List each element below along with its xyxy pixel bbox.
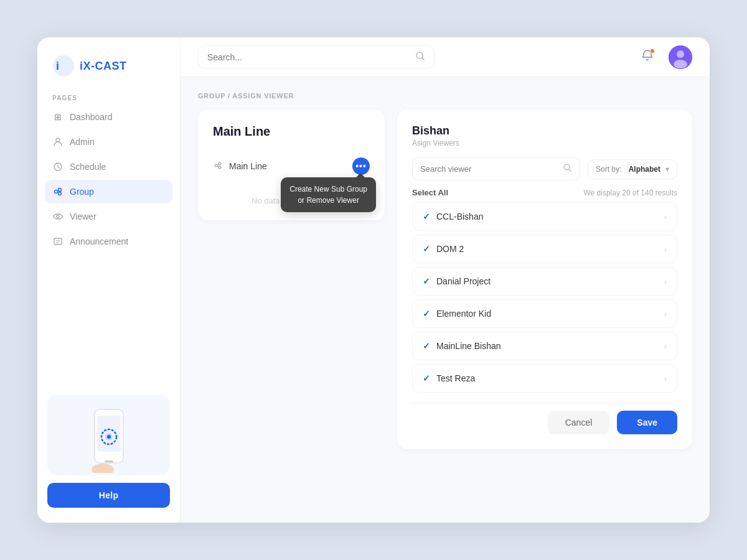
svg-line-8 xyxy=(58,192,59,193)
announcement-icon xyxy=(52,236,63,247)
content-row: Main Line Main Line ••• Create New Sub G… xyxy=(198,110,692,508)
svg-line-30 xyxy=(217,166,219,167)
group-panel-title: Main Line xyxy=(213,124,370,139)
main-area: GROUP / ASSIGN VIEWER Main Line Main Lin… xyxy=(181,37,710,523)
tooltip-line1: Create New Sub Group xyxy=(289,185,367,194)
sidebar-item-label-admin: Admin xyxy=(70,137,95,147)
check-icon: ✓ xyxy=(423,276,430,286)
viewer-search-bar-container xyxy=(412,157,580,180)
avatar[interactable] xyxy=(669,45,692,69)
list-item[interactable]: ✓ Danial Project › xyxy=(412,267,677,296)
svg-point-25 xyxy=(674,60,687,68)
viewer-item-left: ✓ MainLine Bishan xyxy=(423,341,501,351)
group-item-left: Main Line xyxy=(213,161,267,172)
svg-point-5 xyxy=(59,189,62,192)
sidebar-item-group[interactable]: Group xyxy=(45,180,172,203)
group-item-icon xyxy=(213,161,223,172)
chevron-down-icon: › xyxy=(664,374,667,383)
viewer-icon xyxy=(52,211,63,222)
viewer-search-input[interactable] xyxy=(420,164,558,174)
chevron-down-icon: › xyxy=(664,309,667,319)
svg-point-10 xyxy=(57,215,59,218)
sidebar-item-announcement[interactable]: Announcement xyxy=(45,230,172,253)
viewer-item-left: ✓ CCL-Bishan xyxy=(423,212,483,222)
help-button[interactable]: Help xyxy=(47,483,170,508)
viewer-item-left: ✓ Elementor Kid xyxy=(423,309,491,319)
notification-button[interactable] xyxy=(636,46,659,68)
viewer-panel-subtitle: Asign Viewers xyxy=(412,139,677,147)
svg-point-26 xyxy=(215,164,217,167)
viewer-item-name: Danial Project xyxy=(436,276,491,286)
viewer-panel: Bishan Asign Viewers Sort by: Alphabet ▾ xyxy=(397,110,692,449)
chevron-down-icon: › xyxy=(664,212,667,222)
viewer-search-row: Sort by: Alphabet ▾ xyxy=(412,157,677,180)
viewer-panel-title: Bishan xyxy=(412,124,677,138)
viewer-item-name: Elementor Kid xyxy=(436,309,491,319)
sidebar-item-schedule[interactable]: Schedule xyxy=(45,155,172,179)
svg-point-18 xyxy=(107,435,111,439)
list-item[interactable]: ✓ CCL-Bishan › xyxy=(412,202,677,231)
sidebar-bottom: Help xyxy=(37,385,180,523)
content-area: GROUP / ASSIGN VIEWER Main Line Main Lin… xyxy=(181,77,710,523)
svg-rect-11 xyxy=(54,238,62,245)
topbar-right xyxy=(636,45,692,69)
sidebar-item-label-announcement: Announcement xyxy=(70,236,128,246)
panel-footer: Cancel Save xyxy=(412,403,677,434)
sidebar-item-viewer[interactable]: Viewer xyxy=(45,205,172,228)
chevron-down-icon: › xyxy=(664,245,667,254)
select-all-row: Select All We display 20 of 140 results xyxy=(412,188,677,197)
check-icon: ✓ xyxy=(423,309,430,319)
sidebar-item-dashboard[interactable]: ⊞ Dashboard xyxy=(45,105,172,129)
svg-point-9 xyxy=(54,214,62,219)
admin-icon xyxy=(52,136,63,147)
logo-text: iX-CAST xyxy=(80,60,127,73)
sidebar-item-label-viewer: Viewer xyxy=(70,212,96,222)
breadcrumb: GROUP / ASSIGN VIEWER xyxy=(198,92,692,100)
viewer-item-name: DOM 2 xyxy=(436,244,464,254)
svg-point-20 xyxy=(92,464,114,473)
logo-icon: i xyxy=(52,55,75,77)
viewer-item-name: CCL-Bishan xyxy=(436,212,483,222)
schedule-icon xyxy=(52,161,63,172)
cancel-button[interactable]: Cancel xyxy=(548,411,610,434)
pages-section-label: PAGES xyxy=(37,90,180,105)
svg-point-4 xyxy=(55,190,58,194)
list-item[interactable]: ✓ Elementor Kid › xyxy=(412,299,677,328)
logo-area: i iX-CAST xyxy=(37,37,180,90)
viewer-item-name: MainLine Bishan xyxy=(436,341,501,351)
svg-point-27 xyxy=(218,162,221,165)
sidebar-item-label-dashboard: Dashboard xyxy=(70,112,113,122)
three-dot-button[interactable]: ••• xyxy=(352,157,370,175)
svg-line-29 xyxy=(217,164,219,165)
viewer-item-left: ✓ Test Reza xyxy=(423,373,475,383)
svg-line-32 xyxy=(569,169,571,171)
sort-prefix: Sort by: xyxy=(596,165,621,174)
select-all-label[interactable]: Select All xyxy=(412,188,448,197)
svg-point-2 xyxy=(56,138,60,142)
svg-point-28 xyxy=(218,166,221,169)
tooltip-box: Create New Sub Group or Remove Viewer xyxy=(281,177,376,212)
list-item[interactable]: ✓ Test Reza › xyxy=(412,364,677,393)
svg-text:i: i xyxy=(56,60,59,72)
search-input[interactable] xyxy=(207,52,410,62)
list-item[interactable]: ✓ MainLine Bishan › xyxy=(412,332,677,360)
sort-dropdown[interactable]: Sort by: Alphabet ▾ xyxy=(588,159,677,179)
sidebar-item-label-schedule: Schedule xyxy=(70,162,106,172)
search-icon xyxy=(415,51,425,63)
viewer-item-left: ✓ Danial Project xyxy=(423,276,491,286)
notification-dot xyxy=(650,49,655,54)
svg-point-6 xyxy=(59,192,62,195)
chevron-down-icon: › xyxy=(664,342,667,351)
sidebar-item-admin[interactable]: Admin xyxy=(45,130,172,154)
check-icon: ✓ xyxy=(423,244,430,254)
topbar xyxy=(181,37,710,77)
sidebar-nav: ⊞ Dashboard Admin Schedule Group xyxy=(37,105,180,385)
save-button[interactable]: Save xyxy=(617,411,677,434)
list-item[interactable]: ✓ DOM 2 › xyxy=(412,235,677,263)
group-panel: Main Line Main Line ••• Create New Sub G… xyxy=(198,110,385,220)
viewer-item-name: Test Reza xyxy=(436,373,475,383)
sort-value: Alphabet xyxy=(629,165,660,174)
group-item-row: Main Line ••• Create New Sub Group or Re… xyxy=(213,151,370,181)
group-icon xyxy=(52,186,63,197)
svg-point-24 xyxy=(677,50,684,58)
